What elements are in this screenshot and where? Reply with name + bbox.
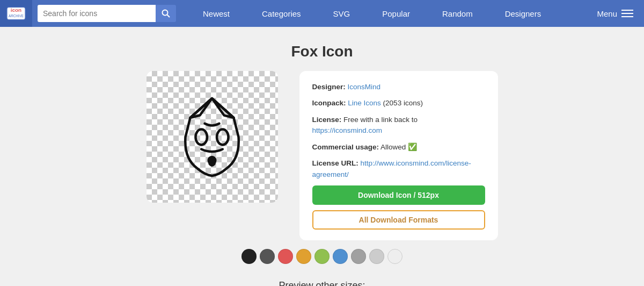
all-formats-button[interactable]: All Download Formats	[312, 210, 485, 230]
search-icon	[162, 9, 170, 18]
menu-label: Menu	[597, 9, 617, 18]
iconpack-label: Iconpack:	[312, 99, 346, 107]
main-content: Fox Icon	[0, 27, 644, 286]
menu-button[interactable]: Menu	[597, 9, 633, 18]
license-text: Free with a link back to	[343, 116, 418, 124]
commercial-value: Allowed	[380, 143, 406, 151]
nav-svg[interactable]: SVG	[317, 0, 367, 27]
main-nav: Newest Categories SVG Popular Random Des…	[187, 0, 597, 27]
search-container	[38, 5, 176, 22]
preview-sizes-section: Preview other sizes:	[11, 280, 633, 286]
swatch-black[interactable]	[241, 249, 257, 264]
search-input[interactable]	[38, 5, 156, 22]
color-swatches	[11, 249, 633, 264]
license-url-label: License URL:	[312, 159, 358, 167]
commercial-row: Commercial usage: Allowed ✅	[312, 141, 485, 153]
designer-label: Designer:	[312, 83, 346, 91]
swatch-gray[interactable]	[351, 249, 366, 264]
header: icon ARCHIVE Newest Categories SVG Popul…	[0, 0, 644, 27]
license-label: License:	[312, 116, 342, 124]
commercial-label: Commercial usage:	[312, 143, 379, 151]
content-area: Designer: IconsMind Iconpack: Line Icons…	[80, 71, 564, 240]
designer-row: Designer: IconsMind	[312, 82, 485, 92]
preview-sizes-title: Preview other sizes:	[11, 280, 633, 286]
swatch-blue[interactable]	[333, 249, 348, 264]
page-title: Fox Icon	[11, 43, 633, 60]
icon-preview	[147, 71, 278, 203]
swatch-white[interactable]	[387, 249, 402, 264]
nav-newest[interactable]: Newest	[187, 0, 246, 27]
svg-line-4	[167, 15, 170, 18]
svg-point-5	[195, 129, 207, 145]
svg-text:icon: icon	[11, 7, 21, 13]
allowed-check-icon: ✅	[408, 142, 417, 151]
nav-designers[interactable]: Designers	[489, 0, 558, 27]
download-button[interactable]: Download Icon / 512px	[312, 185, 485, 205]
swatch-red[interactable]	[278, 249, 293, 264]
nav-random[interactable]: Random	[426, 0, 489, 27]
iconpack-value[interactable]: Line Icons	[348, 99, 381, 107]
nav-popular[interactable]: Popular	[366, 0, 426, 27]
swatch-darkgray[interactable]	[260, 249, 275, 264]
swatch-lightgray[interactable]	[369, 249, 384, 264]
svg-point-3	[163, 10, 168, 16]
info-panel: Designer: IconsMind Iconpack: Line Icons…	[299, 71, 498, 240]
designer-value[interactable]: IconsMind	[348, 83, 381, 91]
license-url[interactable]: https://iconsmind.com	[312, 126, 383, 134]
search-button[interactable]	[156, 5, 176, 22]
hamburger-icon	[621, 10, 633, 17]
fox-icon-svg	[164, 89, 260, 185]
iconpack-count: (2053 icons)	[383, 99, 423, 107]
license-row: License: Free with a link back to https:…	[312, 115, 485, 137]
logo-icon: icon ARCHIVE	[6, 6, 26, 20]
swatch-orange[interactable]	[296, 249, 311, 264]
swatch-green[interactable]	[314, 249, 330, 264]
iconpack-row: Iconpack: Line Icons (2053 icons)	[312, 98, 485, 109]
license-url-row: License URL: http://www.iconsmind.com/li…	[312, 158, 485, 180]
svg-text:ARCHIVE: ARCHIVE	[9, 14, 24, 18]
svg-point-6	[217, 129, 229, 145]
nav-categories[interactable]: Categories	[246, 0, 317, 27]
logo[interactable]: icon ARCHIVE	[0, 0, 32, 27]
